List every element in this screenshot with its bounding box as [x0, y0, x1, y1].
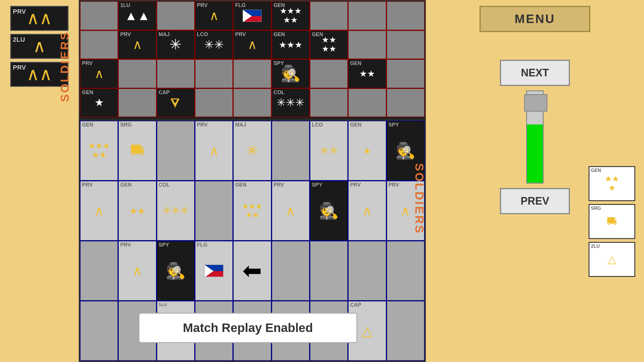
- bcell-2-2[interactable]: SPY 🕵: [157, 241, 195, 301]
- slider-container: [500, 90, 570, 184]
- bicon-3-7: △: [362, 323, 372, 339]
- bcell-1-7[interactable]: PRV ∧: [348, 181, 386, 241]
- bicon-2-1: ∧: [132, 263, 142, 279]
- cell-0-4[interactable]: FLG: [233, 1, 271, 30]
- bcell-3-0[interactable]: [80, 301, 118, 361]
- bcell-0-8[interactable]: SPY 🕵: [386, 121, 425, 181]
- cell-2-6[interactable]: [310, 59, 348, 88]
- cell-3-5[interactable]: COL ✳✳✳: [272, 88, 310, 117]
- slider-thumb[interactable]: [524, 94, 547, 112]
- bcell-2-6[interactable]: [310, 241, 348, 301]
- icon-1-1: ∧: [133, 38, 142, 51]
- bcell-0-0[interactable]: GEN ★★★★★: [80, 121, 118, 181]
- bcell-2-1[interactable]: PRV ∧: [118, 241, 156, 301]
- bcell-1-5[interactable]: PRV ∧: [272, 181, 310, 241]
- bicon-0-3: ∧: [209, 143, 219, 159]
- cell-1-5[interactable]: GEN ★★★: [272, 30, 310, 59]
- brank-1-5: PRV: [274, 182, 284, 187]
- right-rank-2: SRG: [591, 206, 601, 211]
- cell-2-8[interactable]: [386, 59, 425, 88]
- cell-0-6[interactable]: [310, 1, 348, 30]
- bcell-1-8[interactable]: PRV ∧: [386, 181, 425, 241]
- menu-button[interactable]: MENU: [480, 6, 590, 32]
- bcell-3-8[interactable]: [386, 301, 425, 361]
- bcell-1-2[interactable]: COL ✳✳✳: [157, 181, 195, 241]
- bcell-2-7[interactable]: [348, 241, 386, 301]
- cell-0-0[interactable]: [80, 1, 118, 30]
- next-button[interactable]: NEXT: [500, 60, 570, 86]
- cell-0-8[interactable]: [386, 1, 425, 30]
- right-icon-1: ★★★: [605, 175, 619, 193]
- bcell-2-8[interactable]: [386, 241, 425, 301]
- bicon-1-2: ✳✳✳: [162, 205, 189, 217]
- right-piece-srg: SRG ⛟: [589, 204, 635, 239]
- bcell-0-3[interactable]: PRV ∧: [195, 121, 233, 181]
- cell-2-4[interactable]: [233, 59, 271, 88]
- cell-2-3[interactable]: [195, 59, 233, 88]
- brank-1-0: PRV: [82, 182, 93, 187]
- cell-3-1[interactable]: [118, 88, 156, 117]
- cell-3-0[interactable]: GEN ★: [80, 88, 118, 117]
- bcell-0-6[interactable]: LCO ✳✳: [310, 121, 348, 181]
- bcell-1-1[interactable]: GEN ★★: [118, 181, 156, 241]
- cell-2-7[interactable]: GEN ★★: [348, 59, 386, 88]
- cell-3-2[interactable]: CAP ⛛: [157, 88, 195, 117]
- flag-2-3: [204, 265, 223, 277]
- cell-1-2[interactable]: MAJ ✳: [157, 30, 195, 59]
- bicon-0-8: 🕵: [396, 141, 416, 160]
- cell-1-4[interactable]: PRV ∧: [233, 30, 271, 59]
- bcell-0-7[interactable]: GEN ★: [348, 121, 386, 181]
- bicon-0-4: ✳: [246, 142, 258, 159]
- bcell-0-5[interactable]: [272, 121, 310, 181]
- cell-2-0[interactable]: PRV ∧: [80, 59, 118, 88]
- cell-3-6[interactable]: [310, 88, 348, 117]
- icon-0-1: ▲▲: [125, 9, 150, 22]
- cell-0-5[interactable]: GEN ★★★★★: [272, 1, 310, 30]
- cell-3-3[interactable]: [195, 88, 233, 117]
- cell-3-8[interactable]: [386, 88, 425, 117]
- brank-0-3: PRV: [197, 122, 208, 127]
- cell-1-0[interactable]: [80, 30, 118, 59]
- brank-0-6: LCO: [312, 122, 323, 127]
- cell-2-2[interactable]: [157, 59, 195, 88]
- rank-0-1: 1LU: [120, 3, 130, 8]
- cell-2-5[interactable]: SPY 🕵: [272, 59, 310, 88]
- bcell-1-3[interactable]: [195, 181, 233, 241]
- bcell-1-0[interactable]: PRV ∧: [80, 181, 118, 241]
- icon-2-5: 🕵: [281, 64, 301, 83]
- bcell-2-5[interactable]: [272, 241, 310, 301]
- cell-1-6[interactable]: GEN ★★★★: [310, 30, 348, 59]
- cell-0-1[interactable]: 1LU ▲▲: [118, 1, 156, 30]
- bcell-1-4[interactable]: GEN ★★★★★: [233, 181, 271, 241]
- bcell-2-4[interactable]: ⬅: [233, 241, 271, 301]
- cell-1-8[interactable]: [386, 30, 425, 59]
- cell-3-4[interactable]: [233, 88, 271, 117]
- cell-0-3[interactable]: PRV ∧: [195, 1, 233, 30]
- right-piece-cards: GEN ★★★ SRG ⛟ 2LU △: [589, 166, 635, 277]
- bcell-0-1[interactable]: SRG ⛟: [118, 121, 156, 181]
- bcell-2-3[interactable]: FLG: [195, 241, 233, 301]
- cell-1-3[interactable]: LCO ✳✳: [195, 30, 233, 59]
- icon-3-0: ★: [94, 96, 104, 109]
- brank-3-2: 1LU: [159, 302, 167, 307]
- bcell-0-2[interactable]: [157, 121, 195, 181]
- rank-0-5: GEN: [274, 3, 285, 8]
- brank-1-1: GEN: [120, 182, 132, 187]
- cell-0-7[interactable]: [348, 1, 386, 30]
- left-symbol-2: ∧: [33, 38, 46, 55]
- bcell-2-0[interactable]: [80, 241, 118, 301]
- rank-1-6: GEN: [312, 32, 323, 37]
- cell-3-7[interactable]: [348, 88, 386, 117]
- cell-1-1[interactable]: PRV ∧: [118, 30, 156, 59]
- bcell-0-4[interactable]: MAJ ✳: [233, 121, 271, 181]
- prev-button[interactable]: PREV: [500, 188, 570, 214]
- rank-3-0: GEN: [82, 90, 93, 95]
- cell-1-7[interactable]: [348, 30, 386, 59]
- cell-0-2[interactable]: [157, 1, 195, 30]
- icon-2-0: ∧: [94, 67, 104, 80]
- brank-2-3: FLG: [197, 242, 207, 247]
- bcell-1-6[interactable]: SPY 🕵: [310, 181, 348, 241]
- brank-0-1: SRG: [120, 122, 132, 127]
- icon-0-5: ★★★★★: [280, 7, 302, 25]
- cell-2-1[interactable]: [118, 59, 156, 88]
